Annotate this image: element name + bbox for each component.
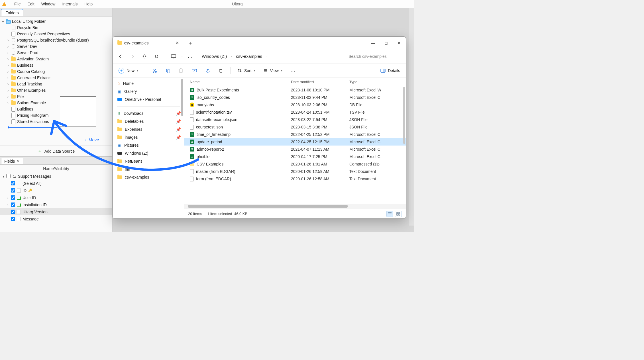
- file-row[interactable]: datasette-example.json2023-03-22 7:54 PM…: [184, 116, 406, 123]
- chevron-right-icon[interactable]: ›: [6, 196, 10, 199]
- scrollbar[interactable]: [409, 8, 414, 226]
- breadcrumb-more[interactable]: …: [185, 52, 195, 61]
- file-list[interactable]: XBulk Paste Experiments2023-11-08 10:10 …: [184, 86, 406, 204]
- new-tab-button[interactable]: ＋: [184, 37, 197, 49]
- breadcrumb[interactable]: Windows (Z:) › csv-examples ›: [197, 53, 344, 60]
- field-row[interactable]: ›ID🔑: [0, 187, 112, 194]
- share-button[interactable]: [202, 66, 213, 75]
- tree-item[interactable]: ›Lead Tracking: [1, 81, 111, 87]
- file-row[interactable]: CSV Examples2020-01-26 1:01 AMCompressed…: [184, 160, 406, 168]
- field-checkbox[interactable]: [11, 210, 15, 214]
- pin-icon[interactable]: 📌: [176, 119, 181, 124]
- field-row[interactable]: ›Ultorg Version: [0, 208, 112, 215]
- sort-button[interactable]: Sort ▾: [235, 67, 258, 75]
- field-row[interactable]: ›Installation ID: [0, 201, 112, 208]
- chevron-right-icon[interactable]: ›: [6, 45, 10, 48]
- tab-folders[interactable]: Folders: [1, 9, 23, 16]
- chevron-right-icon[interactable]: ›: [6, 38, 10, 42]
- chevron-right-icon[interactable]: ›: [181, 54, 183, 58]
- nav-item[interactable]: images📌: [113, 133, 184, 141]
- tree-item[interactable]: ›Activation System: [1, 56, 111, 62]
- field-checkbox[interactable]: [11, 181, 15, 185]
- tree-item[interactable]: ›PostgreSQL localhost/devbundle (duser): [1, 37, 111, 43]
- chevron-right-icon[interactable]: ›: [6, 51, 10, 54]
- file-row[interactable]: form (from EDGAR)2020-01-26 12:58 AMText…: [184, 175, 406, 183]
- pin-icon[interactable]: 📌: [176, 111, 181, 116]
- tree-item[interactable]: ›Recycle Bin: [1, 24, 111, 31]
- details-view-toggle[interactable]: [386, 211, 393, 217]
- thumb-view-toggle[interactable]: [395, 211, 402, 217]
- menu-file[interactable]: File: [11, 1, 24, 7]
- file-row[interactable]: Xadmob-report-22021-04-07 11:13 AMMicros…: [184, 146, 406, 153]
- col-type[interactable]: Type: [349, 80, 406, 84]
- nav-item[interactable]: NetBeans: [113, 157, 184, 165]
- delete-button[interactable]: [215, 66, 226, 75]
- nav-item[interactable]: csv-examples: [113, 173, 184, 181]
- file-row[interactable]: Xphoible2020-04-17 7:25 PMMicrosoft Exce…: [184, 153, 406, 160]
- pc-icon[interactable]: [169, 52, 178, 61]
- explorer-tab[interactable]: csv-examples ✕: [113, 37, 184, 49]
- tree-item[interactable]: ›Generated Extracts: [1, 75, 111, 81]
- details-button[interactable]: Details: [378, 67, 403, 75]
- nav-item[interactable]: ⌂Home: [113, 79, 184, 87]
- breadcrumb-item[interactable]: Windows (Z:): [199, 53, 229, 60]
- chevron-right-icon[interactable]: ›: [6, 57, 10, 61]
- field-checkbox[interactable]: [11, 188, 15, 193]
- chevron-right-icon[interactable]: ›: [230, 54, 233, 58]
- pin-icon[interactable]: 📌: [176, 135, 181, 140]
- tree-item[interactable]: ›Recently Closed Perspectives: [1, 31, 111, 37]
- close-icon[interactable]: ✕: [17, 159, 20, 163]
- col-date[interactable]: Date modified: [291, 80, 349, 84]
- cut-button[interactable]: [149, 66, 160, 75]
- h-scrollbar[interactable]: [184, 204, 406, 209]
- field-row[interactable]: ›(Select All): [0, 180, 112, 187]
- field-checkbox[interactable]: [11, 202, 15, 207]
- scrollbar[interactable]: [403, 87, 405, 144]
- menu-help[interactable]: Help: [81, 1, 95, 7]
- chevron-right-icon[interactable]: ›: [6, 82, 10, 86]
- explorer-titlebar[interactable]: csv-examples ✕ ＋ — ◻ ✕: [113, 37, 406, 49]
- chevron-right-icon[interactable]: ›: [6, 95, 10, 98]
- menu-edit[interactable]: Edit: [25, 1, 37, 7]
- search-input[interactable]: Search csv-examples: [346, 52, 403, 60]
- nav-item[interactable]: Deletables📌: [113, 117, 184, 125]
- field-checkbox[interactable]: [11, 195, 15, 200]
- menu-internals[interactable]: Internals: [59, 1, 80, 7]
- file-row[interactable]: XBulk Paste Experiments2023-11-08 10:10 …: [184, 86, 406, 94]
- group-checkbox[interactable]: [6, 174, 11, 178]
- chevron-right-icon[interactable]: ›: [6, 70, 10, 73]
- tab-close-icon[interactable]: ✕: [176, 40, 179, 46]
- nav-item[interactable]: Expenses📌: [113, 125, 184, 133]
- tree-root[interactable]: ▾ Local Ultorg Folder: [1, 18, 111, 24]
- scrollbar[interactable]: [181, 79, 183, 116]
- forward-button[interactable]: [128, 52, 137, 61]
- file-row[interactable]: bmanytabs2023-10-03 2:06 PMDB File: [184, 101, 406, 109]
- tree-item[interactable]: ›Server Prod: [1, 50, 111, 56]
- more-button[interactable]: …: [288, 66, 298, 75]
- file-row[interactable]: Xiso_country_codes2023-11-02 9:44 PMMicr…: [184, 94, 406, 101]
- tab-fields[interactable]: Fields ✕: [1, 158, 23, 164]
- nav-item[interactable]: ⬇Downloads📌: [113, 109, 184, 117]
- file-row[interactable]: Xupdate_period2022-04-25 12:15 PMMicroso…: [184, 138, 406, 146]
- chevron-right-icon[interactable]: ›: [6, 203, 10, 206]
- tree-item[interactable]: ›Server Dev: [1, 43, 111, 50]
- file-row[interactable]: scientificnotation.tsv2023-04-24 10:51 P…: [184, 109, 406, 116]
- nav-item[interactable]: ▣Gallery: [113, 87, 184, 95]
- file-row[interactable]: coursetest.json2023-03-15 3:38 PMJSON Fi…: [184, 123, 406, 131]
- add-data-source-button[interactable]: ＋ Add Data Source: [0, 146, 112, 156]
- explorer-nav-pane[interactable]: ⌂Home▣GalleryOneDrive - Personal ⬇Downlo…: [113, 78, 184, 218]
- chevron-right-icon[interactable]: ›: [6, 76, 10, 79]
- minimize-button[interactable]: —: [366, 37, 380, 49]
- field-row[interactable]: ›User ID: [0, 194, 112, 201]
- chevron-right-icon[interactable]: ›: [6, 89, 10, 92]
- chevron-right-icon[interactable]: ›: [6, 101, 10, 105]
- chevron-right-icon[interactable]: ›: [266, 54, 268, 58]
- paste-button[interactable]: [176, 66, 186, 75]
- maximize-button[interactable]: ◻: [380, 37, 393, 49]
- new-button[interactable]: ＋ New ▾: [116, 66, 141, 75]
- file-row[interactable]: master (from EDGAR)2020-01-26 12:59 AMTe…: [184, 168, 406, 175]
- copy-button[interactable]: [162, 66, 173, 75]
- up-button[interactable]: [140, 52, 149, 61]
- nav-item[interactable]: Windows (Z:): [113, 149, 184, 157]
- chevron-right-icon[interactable]: ›: [6, 64, 10, 67]
